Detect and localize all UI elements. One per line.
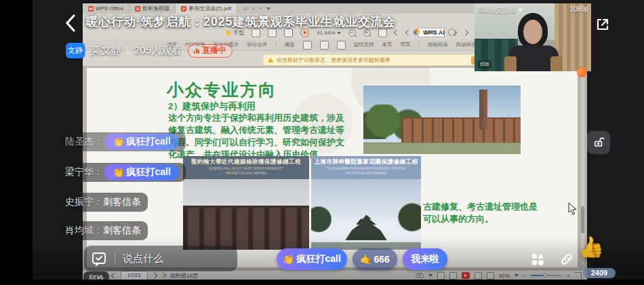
cursor-arrow-icon: [568, 202, 577, 215]
call-highlight-pill: 👏 疯狂打call: [104, 164, 179, 180]
tab-pdf-document[interactable]: P 寒假交流会(2).pdf: [176, 3, 237, 14]
split-merge-tool[interactable]: 拆分合并: [247, 41, 268, 48]
games-panel-button[interactable]: [530, 252, 545, 269]
warning-icon: [268, 58, 273, 62]
guest-notice-text: 你当前处于访客状态，登录激活更多功能和服务: [277, 56, 390, 64]
ground-graphic: [363, 142, 521, 154]
select-area-icon[interactable]: [320, 41, 329, 50]
chat-message: 陆圣杰： 👏 疯狂打call: [58, 132, 186, 151]
presenter-face-graphic: [523, 20, 542, 44]
tab-label: 抢鲜免模版: [142, 5, 169, 12]
back-button[interactable]: [64, 14, 77, 35]
clap-emoji-icon: 👏: [113, 167, 124, 178]
coat-graphic: [504, 56, 517, 71]
slide-title: 小众专业方向: [167, 79, 277, 101]
wps-ai-button[interactable]: WPS AI: [414, 28, 456, 36]
live-badge-label: 直播中: [202, 45, 226, 56]
caption-en: PROTECTION AND REPAIRS: [311, 171, 421, 176]
divider: [127, 46, 128, 55]
tab-label: WPS Office: [96, 5, 123, 12]
meeting-title-dropdown[interactable]: E就业交流会: [478, 5, 523, 15]
divider: [115, 252, 115, 265]
read-mode-tool[interactable]: 阅读模式: [456, 41, 477, 48]
rotate-doc-tool[interactable]: 旋转文档: [354, 41, 374, 48]
wps-ai-label: WPS AI: [423, 29, 445, 36]
call-highlight-pill: 👏 疯狂打call: [104, 134, 179, 150]
chimney-graphic: [479, 90, 487, 130]
camera-video-thumbnail[interactable]: E就业交流会 1080p 邱玲: [475, 3, 591, 71]
viewer-count: 205人观看: [134, 44, 182, 57]
like-count-badge: 2409: [583, 268, 616, 278]
zoom-level-select[interactable]: 91.94%: [317, 30, 340, 36]
double-page-tool[interactable]: 双页: [401, 41, 411, 48]
slide-footnote: 古建修复、考古遗址管理也是可以从事的方向。: [423, 201, 545, 225]
host-name: 莫文静: [91, 44, 121, 57]
live-bars-icon: [194, 48, 199, 54]
caption-en: PROTECTION AND REPAIRS: [183, 171, 309, 176]
bottom-letterbox: [0, 280, 644, 285]
doc-icon: D: [135, 6, 140, 12]
guest-notice-bar: 你当前处于访客状态，登录激活更多功能和服务 立即登录: [263, 54, 503, 66]
garden-caption: 上海市肺科醫院葉家花園保護修繕工程 YE JIA GARDEN IN SHANG…: [311, 156, 421, 179]
live-status-badge: 直播中: [188, 44, 233, 58]
pdf-icon: P: [181, 6, 186, 12]
activity-badge-icon[interactable]: [577, 67, 587, 77]
slide-subtitle: 2）建筑保护与再利用: [168, 100, 256, 113]
chat-message: 肖均城： 刺客信条: [58, 221, 148, 240]
link-chain-icon: [559, 252, 574, 267]
shapes-grid-icon: [530, 252, 545, 267]
screen-lock-button[interactable]: [587, 131, 610, 154]
insert-shape-icon[interactable]: [337, 41, 346, 50]
quick-call-button[interactable]: 👏 疯狂打call: [277, 248, 347, 270]
mouse-cursor: [568, 202, 577, 218]
wps-ai-icon: [414, 29, 420, 35]
stream-title: 暖心行动·筑梦启航：2025建筑景观系毕业生就业交流会: [86, 14, 396, 30]
back-chevron-icon: [64, 14, 77, 33]
video-quality-badge[interactable]: 1080p: [569, 5, 588, 13]
zoom-in-icon[interactable]: [363, 29, 371, 37]
tab-close-icon[interactable]: ×: [251, 5, 255, 12]
comment-edit-icon: [91, 250, 107, 267]
clap-emoji-icon: 👏: [283, 254, 294, 265]
live-stream-app: W WPS Office D 抢鲜免模版 P 寒假交流会(2).pdf ◎ × …: [0, 0, 644, 285]
tab-template[interactable]: D 抢鲜免模版: [129, 3, 176, 14]
quick-666-button[interactable]: 🤙 666: [353, 248, 397, 270]
presenter-name-tag: 邱玲: [478, 60, 491, 69]
share-external-icon: [595, 16, 611, 33]
tab-list-caret-icon[interactable]: [266, 7, 270, 10]
zoom-caret-icon: [337, 32, 341, 35]
single-page-tool[interactable]: 单页: [382, 41, 393, 48]
clap-emoji-icon: 👏: [113, 136, 124, 147]
caption-zh: 上海市肺科醫院葉家花園保護修繕工程: [311, 158, 421, 166]
caption-zh: 聖約翰大學近代建築格致樓保護修繕工程: [183, 158, 309, 166]
zoom-out-icon[interactable]: [348, 29, 356, 37]
first-page-icon[interactable]: [393, 30, 399, 35]
host-badge: 文静: [66, 43, 85, 58]
play-tool[interactable]: 播放: [285, 41, 295, 48]
caption-en: SCIENCE HALL OF S.H. SAINT JOHN'S UNIVER…: [183, 166, 309, 171]
caption-en: YE JIA GARDEN IN SHANGHAI PULMONARY HOSP…: [311, 166, 421, 171]
coat-graphic: [550, 56, 563, 71]
link-button[interactable]: [559, 252, 574, 269]
chat-input-placeholder: 说点什么: [123, 252, 163, 265]
meeting-title-text: E就业交流会: [478, 5, 517, 15]
dropdown-caret-icon: [519, 9, 523, 12]
scrollbar-thumb[interactable]: [581, 206, 584, 233]
toolbar-search-icon[interactable]: [448, 28, 456, 36]
share-button[interactable]: [595, 16, 611, 35]
host-info-row: 文静 莫文静 205人观看 直播中: [66, 43, 233, 58]
tab-wps-office[interactable]: W WPS Office: [83, 3, 129, 14]
prev-page-icon[interactable]: [405, 30, 410, 35]
crop-icon[interactable]: [303, 41, 312, 50]
quick-here-button[interactable]: 我来啦: [403, 248, 447, 270]
chat-message: 梁宁华： 👏 疯狂打call: [58, 163, 186, 182]
continuous-read-tool[interactable]: 连续阅读: [428, 41, 448, 48]
hand-tool-button[interactable]: ✋ 手型: [225, 29, 244, 37]
chat-input[interactable]: 说点什么: [84, 246, 237, 271]
stjohns-caption: 聖約翰大學近代建築格致樓保護修繕工程 SCIENCE HALL OF S.H. …: [183, 156, 309, 179]
last-page-icon[interactable]: [462, 30, 468, 35]
chat-message: 史振宇： 刺客信条: [58, 193, 148, 212]
tab-pin-icon[interactable]: ◎: [243, 5, 247, 12]
factory-building-photo: [363, 86, 521, 154]
new-tab-icon[interactable]: +: [259, 5, 262, 12]
